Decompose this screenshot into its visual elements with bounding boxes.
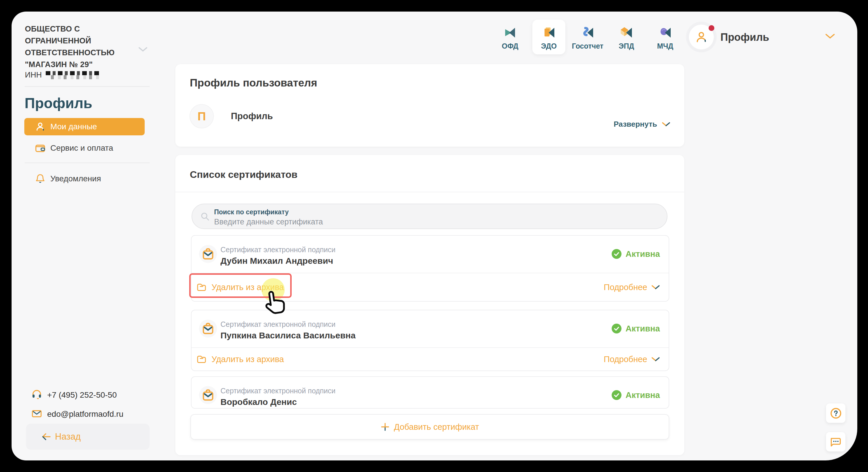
help-button[interactable] bbox=[826, 404, 845, 423]
tab-ofd[interactable]: ОФД bbox=[494, 20, 527, 54]
certificate-icon bbox=[199, 320, 217, 338]
mchd-logo-icon bbox=[658, 26, 672, 39]
action-label: Удалить из архива bbox=[212, 354, 284, 364]
tab-gosotchet[interactable]: Госотчет bbox=[571, 20, 604, 54]
sidebar-divider bbox=[25, 86, 150, 87]
chat-button[interactable] bbox=[826, 432, 845, 451]
user-icon bbox=[694, 30, 708, 44]
envelope-icon bbox=[32, 408, 42, 420]
question-circle-icon bbox=[830, 407, 842, 419]
certificate-owner-name: Дубин Михаил Андреевич bbox=[220, 256, 333, 266]
certificate-type-label: Сертификат электронной подписи bbox=[220, 387, 336, 395]
search-label: Поиск по сертификату bbox=[214, 208, 323, 216]
search-icon bbox=[200, 212, 210, 223]
status-label: Активна bbox=[625, 390, 660, 400]
back-button-label: Назад bbox=[55, 432, 81, 442]
company-inn: ИНН bbox=[25, 70, 99, 80]
status-label: Активна bbox=[625, 324, 660, 334]
edo-logo-icon bbox=[542, 26, 556, 39]
profile-menu-label[interactable]: Профиль bbox=[720, 31, 769, 43]
tab-mchd[interactable]: МЧД bbox=[649, 20, 682, 54]
product-switcher: ОФД ЭДО Госотчет ЭПД МЧД bbox=[494, 20, 682, 54]
tab-label: ОФД bbox=[494, 42, 527, 50]
status-badge: Активна bbox=[612, 249, 660, 259]
bell-icon bbox=[35, 173, 46, 184]
certificate-row: Сертификат электронной подписи Воробкало… bbox=[191, 376, 669, 409]
company-name: ОБЩЕСТВО С ОГРАНИЧЕННОЙ ОТВЕТСТВЕННОСТЬЮ… bbox=[25, 23, 122, 70]
company-collapse-chevron-icon[interactable] bbox=[138, 47, 148, 53]
sidebar-item-notifications[interactable]: Уведомления bbox=[24, 170, 145, 187]
details-button[interactable]: Подробнее bbox=[604, 354, 660, 364]
status-label: Активна bbox=[625, 249, 660, 259]
sidebar-section-title: Профиль bbox=[25, 95, 92, 112]
add-certificate-label: Добавить сертификат bbox=[394, 422, 479, 432]
user-icon bbox=[35, 121, 46, 132]
profile-name: Профиль bbox=[231, 111, 273, 122]
headset-icon bbox=[32, 389, 42, 401]
gosotchet-logo-icon bbox=[581, 26, 594, 39]
notification-dot bbox=[709, 25, 714, 31]
sidebar-item-service-payment[interactable]: Сервис и оплата bbox=[24, 139, 145, 157]
search-placeholder: Введите данные сертификата bbox=[214, 218, 323, 226]
remove-from-archive-button[interactable]: Удалить из архива bbox=[197, 354, 284, 364]
arrow-left-icon bbox=[41, 432, 52, 442]
certificate-icon bbox=[199, 386, 217, 404]
ofd-logo-icon bbox=[503, 26, 517, 39]
divider bbox=[175, 192, 684, 192]
plus-icon bbox=[381, 422, 390, 431]
chevron-down-icon bbox=[651, 357, 660, 362]
support-phone-number: +7 (495) 252-50-50 bbox=[47, 390, 117, 400]
add-certificate-button[interactable]: Добавить сертификат bbox=[190, 414, 669, 440]
details-label: Подробнее bbox=[604, 354, 647, 364]
certificates-title: Список сертификатов bbox=[190, 169, 298, 180]
cursor-hand-icon bbox=[263, 288, 288, 323]
certificate-type-label: Сертификат электронной подписи bbox=[220, 246, 336, 254]
back-button[interactable]: Назад bbox=[26, 424, 150, 450]
tab-label: ЭДО bbox=[532, 42, 565, 50]
sidebar-item-my-data[interactable]: Мои данные bbox=[24, 118, 145, 135]
tab-epd[interactable]: ЭПД bbox=[610, 20, 643, 54]
details-button[interactable]: Подробнее bbox=[604, 283, 660, 292]
details-label: Подробнее bbox=[604, 283, 647, 292]
chevron-down-icon bbox=[651, 285, 660, 290]
folder-icon bbox=[197, 354, 206, 364]
status-badge: Активна bbox=[612, 390, 660, 400]
inn-label: ИНН bbox=[25, 70, 42, 80]
profile-card: Профиль пользователя П Профиль Развернут… bbox=[175, 64, 684, 147]
app-window: ОБЩЕСТВО С ОГРАНИЧЕННОЙ ОТВЕТСТВЕННОСТЬЮ… bbox=[11, 11, 857, 461]
sidebar-item-label: Мои данные bbox=[50, 122, 97, 131]
profile-letter-avatar: П bbox=[189, 104, 214, 128]
check-circle-icon bbox=[612, 390, 621, 400]
chat-bubble-icon bbox=[830, 436, 842, 448]
chevron-down-icon bbox=[662, 122, 671, 127]
profile-chevron-down-icon[interactable] bbox=[825, 34, 835, 40]
tab-label: ЭПД bbox=[610, 42, 643, 50]
expand-button[interactable]: Развернуть bbox=[614, 120, 671, 129]
certificate-search-input[interactable]: Поиск по сертификату Введите данные серт… bbox=[191, 203, 668, 229]
sidebar-item-label: Уведомления bbox=[50, 174, 101, 183]
profile-card-title: Профиль пользователя bbox=[190, 77, 317, 89]
inn-redacted-value bbox=[46, 71, 99, 79]
sidebar-item-label: Сервис и оплата bbox=[50, 144, 113, 153]
avatar-letter: П bbox=[197, 110, 206, 123]
check-circle-icon bbox=[612, 324, 621, 334]
certificate-owner-name: Воробкало Денис bbox=[220, 397, 297, 407]
status-badge: Активна bbox=[612, 324, 660, 334]
wallet-icon bbox=[35, 143, 46, 154]
support-phone[interactable]: +7 (495) 252-50-50 bbox=[32, 389, 117, 401]
sidebar-divider bbox=[25, 162, 150, 163]
certificates-card: Список сертификатов Поиск по сертификату… bbox=[175, 155, 684, 455]
tab-label: МЧД bbox=[649, 42, 682, 50]
certificate-icon bbox=[199, 245, 217, 263]
profile-avatar[interactable] bbox=[689, 25, 714, 50]
tab-edo[interactable]: ЭДО bbox=[532, 20, 565, 54]
check-circle-icon bbox=[612, 249, 621, 259]
certificate-owner-name: Пупкина Василиса Васильевна bbox=[220, 331, 355, 340]
tab-label: Госотчет bbox=[571, 42, 604, 50]
expand-label: Развернуть bbox=[614, 120, 657, 129]
support-email[interactable]: edo@platformaofd.ru bbox=[32, 408, 123, 420]
support-email-address: edo@platformaofd.ru bbox=[47, 410, 123, 419]
epd-logo-icon bbox=[620, 26, 633, 39]
